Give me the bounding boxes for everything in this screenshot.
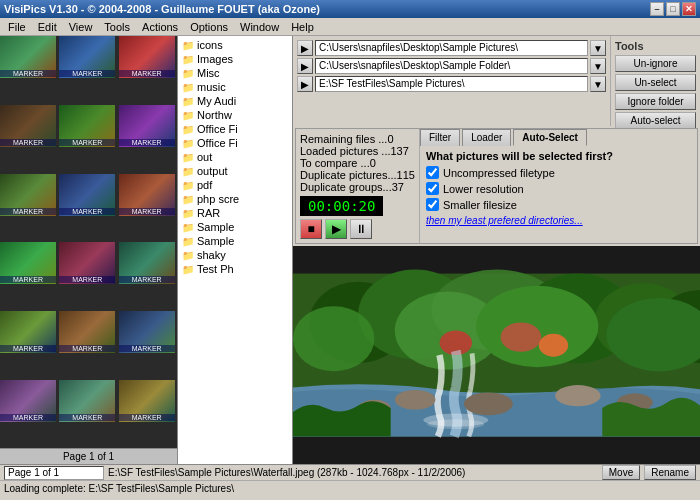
playback-controls: ■ ▶ ⏸ xyxy=(300,219,415,239)
list-item[interactable]: MARKER xyxy=(59,380,115,422)
list-item[interactable]: MARKER xyxy=(119,380,175,422)
remaining-files-stat: Remaining files ...0 xyxy=(300,133,415,145)
rename-status-button[interactable]: Rename xyxy=(644,465,696,480)
list-item[interactable]: MARKER xyxy=(59,105,115,147)
list-item[interactable]: 📁My Audi xyxy=(180,94,290,108)
list-item[interactable]: 📁shaky xyxy=(180,248,290,262)
tab-autoselect[interactable]: Auto-Select xyxy=(513,129,587,146)
thumbnail-panel: MARKER MARKER MARKER MARKER MARKER MARKE… xyxy=(0,36,178,464)
list-item[interactable]: 📁php scre xyxy=(180,192,290,206)
play-button[interactable]: ▶ xyxy=(325,219,347,239)
path-row-1: ▶ C:\Users\snapfiles\Desktop\Sample Pict… xyxy=(297,40,606,56)
menu-actions[interactable]: Actions xyxy=(136,18,184,35)
list-item[interactable]: 📁music xyxy=(180,80,290,94)
label-uncompressed: Uncompressed filetype xyxy=(443,167,555,179)
autoselect-content: What pictures will be selected first? Un… xyxy=(426,150,691,226)
tab-loader[interactable]: Loader xyxy=(462,129,511,146)
path-input-2[interactable]: C:\Users\snapfiles\Desktop\Sample Folder… xyxy=(315,58,588,74)
list-item[interactable]: MARKER xyxy=(0,36,56,78)
stop-button[interactable]: ■ xyxy=(300,219,322,239)
minimize-button[interactable]: – xyxy=(650,2,664,16)
list-item[interactable]: 📁Test Ph xyxy=(180,262,290,276)
path-scroll-1[interactable]: ▼ xyxy=(590,40,606,56)
list-item[interactable]: MARKER xyxy=(59,174,115,216)
ignore-folder-button[interactable]: Ignore folder xyxy=(615,93,696,110)
list-item[interactable]: 📁RAR xyxy=(180,206,290,220)
folder-icon: 📁 xyxy=(182,236,194,247)
list-item[interactable]: 📁out xyxy=(180,150,290,164)
folder-icon: 📁 xyxy=(182,96,194,107)
bottom-bar: Page 1 of 1 E:\SF TestFiles\Sample Pictu… xyxy=(0,464,700,495)
list-item[interactable]: MARKER xyxy=(0,105,56,147)
folder-panel[interactable]: 📁icons 📁Images 📁Misc 📁music 📁My Audi 📁No… xyxy=(178,36,293,464)
list-item[interactable]: MARKER xyxy=(119,174,175,216)
svg-point-14 xyxy=(395,390,436,410)
tab-filter[interactable]: Filter xyxy=(420,129,460,146)
list-item[interactable]: 📁Office Fi xyxy=(180,136,290,150)
list-item[interactable]: MARKER xyxy=(59,36,115,78)
unignore-button[interactable]: Un-ignore xyxy=(615,55,696,72)
menubar: File Edit View Tools Actions Options Win… xyxy=(0,18,700,36)
folder-icon: 📁 xyxy=(182,40,194,51)
checkbox-uncompressed[interactable] xyxy=(426,166,439,179)
list-item[interactable]: MARKER xyxy=(0,242,56,284)
menu-edit[interactable]: Edit xyxy=(32,18,63,35)
path-arrow-1[interactable]: ▶ xyxy=(297,40,313,56)
prefered-directories-link[interactable]: then my least prefered directories... xyxy=(426,215,691,226)
list-item[interactable]: MARKER xyxy=(0,380,56,422)
svg-point-9 xyxy=(476,286,598,367)
auto-select-button[interactable]: Auto-select xyxy=(615,112,696,129)
menu-tools[interactable]: Tools xyxy=(98,18,136,35)
preview-image xyxy=(293,246,700,464)
list-item[interactable]: 📁Sample xyxy=(180,234,290,248)
list-item[interactable]: 📁Misc xyxy=(180,66,290,80)
menu-options[interactable]: Options xyxy=(184,18,234,35)
maximize-button[interactable]: □ xyxy=(666,2,680,16)
path-input-1[interactable]: C:\Users\snapfiles\Desktop\Sample Pictur… xyxy=(315,40,588,56)
path-arrow-2[interactable]: ▶ xyxy=(297,58,313,74)
thumbnail-grid: MARKER MARKER MARKER MARKER MARKER MARKE… xyxy=(0,36,177,448)
path-scroll-3[interactable]: ▼ xyxy=(590,76,606,92)
path-row-2: ▶ C:\Users\snapfiles\Desktop\Sample Fold… xyxy=(297,58,606,74)
list-item[interactable]: 📁output xyxy=(180,164,290,178)
list-item[interactable]: MARKER xyxy=(119,105,175,147)
menu-view[interactable]: View xyxy=(63,18,99,35)
menu-window[interactable]: Window xyxy=(234,18,285,35)
move-status-button[interactable]: Move xyxy=(602,465,640,480)
list-item[interactable]: MARKER xyxy=(0,311,56,353)
path-arrow-3[interactable]: ▶ xyxy=(297,76,313,92)
list-item[interactable]: MARKER xyxy=(119,242,175,284)
list-item[interactable]: 📁Images xyxy=(180,52,290,66)
svg-point-20 xyxy=(427,419,484,429)
file-path-status: E:\SF TestFiles\Sample Pictures\Waterfal… xyxy=(108,467,598,478)
menu-help[interactable]: Help xyxy=(285,18,320,35)
path-scroll-2[interactable]: ▼ xyxy=(590,58,606,74)
svg-point-16 xyxy=(555,385,601,406)
loading-bar: Loading complete: E:\SF TestFiles\Sample… xyxy=(0,481,700,495)
path-input-3[interactable]: E:\SF TestFiles\Sample Pictures\ xyxy=(315,76,588,92)
list-item[interactable]: MARKER xyxy=(0,174,56,216)
close-button[interactable]: ✕ xyxy=(682,2,696,16)
menu-file[interactable]: File xyxy=(2,18,32,35)
loaded-pictures-stat: Loaded pictures ...137 xyxy=(300,145,415,157)
folder-icon: 📁 xyxy=(182,54,194,65)
list-item[interactable]: 📁icons xyxy=(180,38,290,52)
right-panel: ▶ C:\Users\snapfiles\Desktop\Sample Pict… xyxy=(293,36,700,464)
svg-point-7 xyxy=(293,306,374,371)
list-item[interactable]: MARKER xyxy=(59,242,115,284)
unselect-button[interactable]: Un-select xyxy=(615,74,696,91)
pause-button[interactable]: ⏸ xyxy=(350,219,372,239)
list-item[interactable]: 📁Office Fi xyxy=(180,122,290,136)
folder-icon: 📁 xyxy=(182,180,194,191)
stats-tabs-area: Remaining files ...0 Loaded pictures ...… xyxy=(295,128,698,244)
checkbox-smaller-size[interactable] xyxy=(426,198,439,211)
list-item[interactable]: MARKER xyxy=(119,311,175,353)
checkbox-lower-res[interactable] xyxy=(426,182,439,195)
list-item[interactable]: MARKER xyxy=(59,311,115,353)
list-item[interactable]: 📁Northw xyxy=(180,108,290,122)
list-item[interactable]: 📁pdf xyxy=(180,178,290,192)
svg-point-13 xyxy=(539,334,568,357)
list-item[interactable]: MARKER xyxy=(119,36,175,78)
list-item[interactable]: 📁Sample xyxy=(180,220,290,234)
tab-bar: Filter Loader Auto-Select xyxy=(420,129,697,146)
